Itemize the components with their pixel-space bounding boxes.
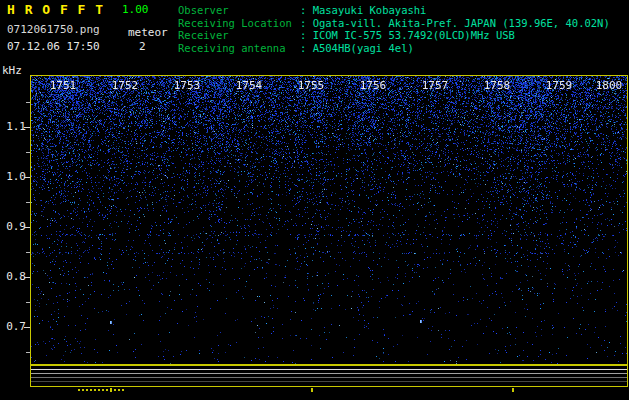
info-row-observer: Observer: Masayuki Kobayashi (178, 4, 610, 17)
observation-datetime: 07.12.06 17:50 (7, 40, 100, 53)
info-label: Receiving Location (178, 17, 300, 30)
y-tick-label: 1.0 (4, 170, 26, 183)
info-value: : A504HB(yagi 4el) (300, 42, 414, 54)
x-tick-label: 1758 (484, 79, 511, 92)
info-value: : Masayuki Kobayashi (300, 4, 426, 16)
x-axis-tick (311, 388, 313, 392)
x-tick-label: 1752 (112, 79, 139, 92)
x-tick-label: 1753 (174, 79, 201, 92)
hrofft-screen: H R O F F T 1.00 0712061750.png meteor 2… (0, 0, 629, 400)
signal-level-panel (30, 365, 628, 387)
meteor-count: 2 (139, 40, 146, 53)
x-tick-label: 1800 (596, 79, 623, 92)
station-info: Observer: Masayuki Kobayashi Receiving L… (178, 4, 610, 55)
x-axis-dash-marks (78, 389, 124, 391)
info-label: Observer (178, 4, 300, 17)
info-label: Receiving antenna (178, 42, 300, 55)
x-tick-label: 1755 (298, 79, 325, 92)
y-tick-label: 0.7 (4, 320, 26, 333)
spectrogram-frame (30, 75, 628, 365)
info-row-antenna: Receiving antenna: A504HB(yagi 4el) (178, 42, 610, 55)
mode-label: meteor (128, 26, 168, 39)
y-tick-label: 1.1 (4, 120, 26, 133)
x-tick-label: 1757 (422, 79, 449, 92)
x-tick-label: 1751 (50, 79, 77, 92)
x-tick-label: 1759 (546, 79, 573, 92)
info-row-location: Receiving Location: Ogata-vill. Akita-Pr… (178, 17, 610, 30)
x-axis-tick (110, 388, 112, 392)
signal-level-trace (31, 381, 627, 382)
y-tick-label: 0.9 (4, 220, 26, 233)
x-tick-label: 1754 (236, 79, 263, 92)
app-version: 1.00 (122, 3, 149, 16)
signal-level-trace (31, 373, 627, 374)
y-axis-unit: kHz (2, 64, 22, 77)
app-title: H R O F F T (7, 2, 104, 17)
signal-level-trace (31, 369, 627, 370)
y-tick-label: 0.8 (4, 270, 26, 283)
info-value: : Ogata-vill. Akita-Pref. JAPAN (139.96E… (300, 17, 610, 29)
info-label: Receiver (178, 29, 300, 42)
signal-level-trace (31, 377, 627, 378)
output-filename: 0712061750.png (7, 23, 100, 36)
x-tick-label: 1756 (360, 79, 387, 92)
x-axis-tick (512, 388, 514, 392)
info-row-receiver: Receiver: ICOM IC-575 53.7492(0LCD)MHz U… (178, 29, 610, 42)
info-value: : ICOM IC-575 53.7492(0LCD)MHz USB (300, 29, 515, 41)
